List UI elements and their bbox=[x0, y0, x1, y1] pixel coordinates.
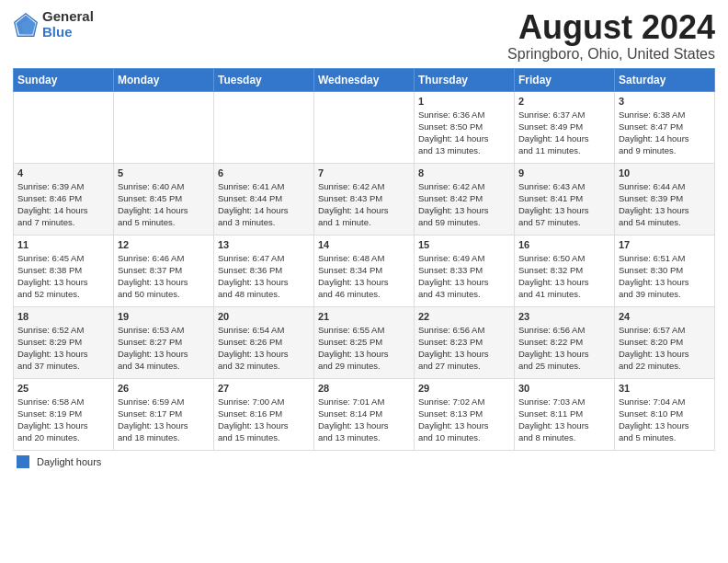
calendar-cell: 26Sunrise: 6:59 AM Sunset: 8:17 PM Dayli… bbox=[114, 378, 214, 450]
day-number: 2 bbox=[518, 96, 610, 107]
calendar-cell: 21Sunrise: 6:55 AM Sunset: 8:25 PM Dayli… bbox=[314, 306, 415, 378]
day-info: Sunrise: 7:01 AM Sunset: 8:14 PM Dayligh… bbox=[318, 396, 410, 444]
day-number: 29 bbox=[418, 383, 510, 394]
day-number: 17 bbox=[619, 239, 711, 250]
calendar-cell: 8Sunrise: 6:42 AM Sunset: 8:42 PM Daylig… bbox=[415, 163, 515, 235]
legend-box bbox=[17, 455, 29, 468]
day-number: 16 bbox=[518, 239, 610, 250]
day-number: 19 bbox=[118, 311, 210, 322]
logo-icon bbox=[13, 12, 39, 38]
calendar-week-row: 25Sunrise: 6:58 AM Sunset: 8:19 PM Dayli… bbox=[14, 378, 715, 450]
day-number: 9 bbox=[518, 167, 610, 178]
calendar-cell: 23Sunrise: 6:56 AM Sunset: 8:22 PM Dayli… bbox=[515, 306, 615, 378]
calendar-cell bbox=[114, 91, 214, 163]
calendar-cell: 14Sunrise: 6:48 AM Sunset: 8:34 PM Dayli… bbox=[314, 235, 415, 306]
day-number: 1 bbox=[418, 96, 510, 107]
day-number: 13 bbox=[218, 239, 310, 250]
logo-text: General Blue bbox=[42, 9, 94, 40]
calendar-cell: 17Sunrise: 6:51 AM Sunset: 8:30 PM Dayli… bbox=[615, 235, 715, 306]
day-info: Sunrise: 7:03 AM Sunset: 8:11 PM Dayligh… bbox=[518, 396, 610, 444]
calendar-cell: 30Sunrise: 7:03 AM Sunset: 8:11 PM Dayli… bbox=[515, 378, 615, 450]
day-info: Sunrise: 6:50 AM Sunset: 8:32 PM Dayligh… bbox=[518, 252, 610, 301]
day-number: 26 bbox=[118, 383, 210, 394]
day-info: Sunrise: 7:00 AM Sunset: 8:16 PM Dayligh… bbox=[218, 396, 310, 444]
calendar-cell: 11Sunrise: 6:45 AM Sunset: 8:38 PM Dayli… bbox=[14, 235, 114, 306]
calendar-week-row: 11Sunrise: 6:45 AM Sunset: 8:38 PM Dayli… bbox=[14, 235, 715, 306]
calendar-table: SundayMondayTuesdayWednesdayThursdayFrid… bbox=[13, 68, 715, 451]
month-title: August 2024 bbox=[507, 9, 715, 46]
calendar-cell: 2Sunrise: 6:37 AM Sunset: 8:49 PM Daylig… bbox=[515, 91, 615, 163]
location-title: Springboro, Ohio, United States bbox=[507, 46, 715, 63]
day-number: 23 bbox=[518, 311, 610, 322]
calendar-cell: 28Sunrise: 7:01 AM Sunset: 8:14 PM Dayli… bbox=[314, 378, 415, 450]
day-number: 11 bbox=[17, 239, 109, 250]
weekday-header-monday: Monday bbox=[114, 68, 214, 91]
day-number: 20 bbox=[218, 311, 310, 322]
day-info: Sunrise: 6:53 AM Sunset: 8:27 PM Dayligh… bbox=[118, 324, 210, 373]
day-number: 18 bbox=[17, 311, 109, 322]
day-number: 25 bbox=[17, 383, 109, 394]
calendar-cell bbox=[314, 91, 415, 163]
day-number: 7 bbox=[318, 167, 410, 178]
day-info: Sunrise: 6:52 AM Sunset: 8:29 PM Dayligh… bbox=[17, 324, 109, 373]
calendar-cell: 9Sunrise: 6:43 AM Sunset: 8:41 PM Daylig… bbox=[515, 163, 615, 235]
weekday-header-tuesday: Tuesday bbox=[214, 68, 314, 91]
day-number: 28 bbox=[318, 383, 410, 394]
day-info: Sunrise: 7:02 AM Sunset: 8:13 PM Dayligh… bbox=[418, 396, 510, 444]
day-info: Sunrise: 6:48 AM Sunset: 8:34 PM Dayligh… bbox=[318, 252, 410, 301]
day-info: Sunrise: 6:47 AM Sunset: 8:36 PM Dayligh… bbox=[218, 252, 310, 301]
day-info: Sunrise: 6:41 AM Sunset: 8:44 PM Dayligh… bbox=[218, 180, 310, 229]
day-number: 14 bbox=[318, 239, 410, 250]
day-info: Sunrise: 6:39 AM Sunset: 8:46 PM Dayligh… bbox=[17, 180, 109, 229]
day-info: Sunrise: 6:57 AM Sunset: 8:20 PM Dayligh… bbox=[619, 324, 711, 373]
day-number: 12 bbox=[118, 239, 210, 250]
calendar-cell: 25Sunrise: 6:58 AM Sunset: 8:19 PM Dayli… bbox=[14, 378, 114, 450]
calendar-cell: 15Sunrise: 6:49 AM Sunset: 8:33 PM Dayli… bbox=[415, 235, 515, 306]
day-number: 22 bbox=[418, 311, 510, 322]
day-info: Sunrise: 6:51 AM Sunset: 8:30 PM Dayligh… bbox=[619, 252, 711, 301]
day-info: Sunrise: 6:37 AM Sunset: 8:49 PM Dayligh… bbox=[518, 109, 610, 157]
main-container: General Blue August 2024 Springboro, Ohi… bbox=[0, 0, 728, 474]
calendar-body: 1Sunrise: 6:36 AM Sunset: 8:50 PM Daylig… bbox=[14, 91, 715, 450]
day-info: Sunrise: 6:56 AM Sunset: 8:23 PM Dayligh… bbox=[418, 324, 510, 373]
day-number: 15 bbox=[418, 239, 510, 250]
day-number: 6 bbox=[218, 167, 310, 178]
calendar-header: SundayMondayTuesdayWednesdayThursdayFrid… bbox=[14, 68, 715, 91]
calendar-cell: 7Sunrise: 6:42 AM Sunset: 8:43 PM Daylig… bbox=[314, 163, 415, 235]
calendar-cell: 18Sunrise: 6:52 AM Sunset: 8:29 PM Dayli… bbox=[14, 306, 114, 378]
day-info: Sunrise: 6:36 AM Sunset: 8:50 PM Dayligh… bbox=[418, 109, 510, 157]
calendar-cell: 12Sunrise: 6:46 AM Sunset: 8:37 PM Dayli… bbox=[114, 235, 214, 306]
calendar-week-row: 1Sunrise: 6:36 AM Sunset: 8:50 PM Daylig… bbox=[14, 91, 715, 163]
calendar-cell bbox=[214, 91, 314, 163]
day-info: Sunrise: 6:56 AM Sunset: 8:22 PM Dayligh… bbox=[518, 324, 610, 373]
day-number: 5 bbox=[118, 167, 210, 178]
calendar-cell: 4Sunrise: 6:39 AM Sunset: 8:46 PM Daylig… bbox=[14, 163, 114, 235]
day-info: Sunrise: 6:42 AM Sunset: 8:42 PM Dayligh… bbox=[418, 180, 510, 229]
day-number: 10 bbox=[619, 167, 711, 178]
weekday-header-friday: Friday bbox=[515, 68, 615, 91]
logo-blue-text: Blue bbox=[42, 25, 94, 40]
calendar-cell: 10Sunrise: 6:44 AM Sunset: 8:39 PM Dayli… bbox=[615, 163, 715, 235]
day-number: 27 bbox=[218, 383, 310, 394]
weekday-header-thursday: Thursday bbox=[415, 68, 515, 91]
weekday-header-sunday: Sunday bbox=[14, 68, 114, 91]
day-info: Sunrise: 6:59 AM Sunset: 8:17 PM Dayligh… bbox=[118, 396, 210, 444]
calendar-week-row: 18Sunrise: 6:52 AM Sunset: 8:29 PM Dayli… bbox=[14, 306, 715, 378]
calendar-cell: 31Sunrise: 7:04 AM Sunset: 8:10 PM Dayli… bbox=[615, 378, 715, 450]
calendar-cell: 1Sunrise: 6:36 AM Sunset: 8:50 PM Daylig… bbox=[415, 91, 515, 163]
day-info: Sunrise: 6:49 AM Sunset: 8:33 PM Dayligh… bbox=[418, 252, 510, 301]
calendar-cell: 6Sunrise: 6:41 AM Sunset: 8:44 PM Daylig… bbox=[214, 163, 314, 235]
day-number: 31 bbox=[619, 383, 711, 394]
day-number: 30 bbox=[518, 383, 610, 394]
calendar-cell: 3Sunrise: 6:38 AM Sunset: 8:47 PM Daylig… bbox=[615, 91, 715, 163]
day-info: Sunrise: 6:42 AM Sunset: 8:43 PM Dayligh… bbox=[318, 180, 410, 229]
day-info: Sunrise: 6:44 AM Sunset: 8:39 PM Dayligh… bbox=[619, 180, 711, 229]
calendar-week-row: 4Sunrise: 6:39 AM Sunset: 8:46 PM Daylig… bbox=[14, 163, 715, 235]
day-info: Sunrise: 6:40 AM Sunset: 8:45 PM Dayligh… bbox=[118, 180, 210, 229]
day-info: Sunrise: 6:54 AM Sunset: 8:26 PM Dayligh… bbox=[218, 324, 310, 373]
day-number: 3 bbox=[619, 96, 711, 107]
weekday-header-saturday: Saturday bbox=[615, 68, 715, 91]
title-section: August 2024 Springboro, Ohio, United Sta… bbox=[507, 9, 715, 63]
day-number: 8 bbox=[418, 167, 510, 178]
day-info: Sunrise: 6:38 AM Sunset: 8:47 PM Dayligh… bbox=[619, 109, 711, 157]
